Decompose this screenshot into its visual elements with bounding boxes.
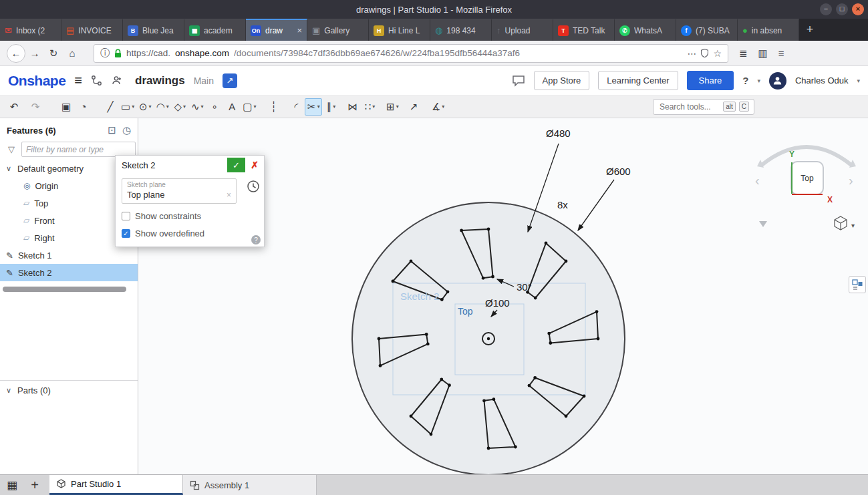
chevron-down-icon[interactable]: ▾	[253, 104, 256, 110]
show-constraints-checkbox[interactable]: Show constraints	[122, 211, 258, 221]
line-tool[interactable]: ╱	[102, 98, 119, 116]
undo-tool[interactable]: ↶	[5, 98, 23, 116]
browser-tab-10[interactable]: TTED Talk	[553, 19, 615, 41]
element-list-icon[interactable]: ▦	[0, 475, 24, 495]
sketch-vertex[interactable]	[379, 364, 382, 367]
browser-tab-1[interactable]: ✉Inbox (2	[0, 19, 61, 41]
sketch-vertex[interactable]	[534, 297, 537, 300]
sketch-vertex[interactable]	[482, 399, 486, 402]
chevron-down-icon[interactable]: ▾	[757, 77, 760, 84]
browser-tab-13[interactable]: ●in absen	[738, 19, 799, 41]
chevron-down-icon[interactable]: ▾	[148, 104, 151, 110]
menu-icon[interactable]: ≡	[778, 47, 784, 59]
search-tools-box[interactable]: alt C	[653, 99, 754, 115]
new-tab-button[interactable]: +	[799, 19, 821, 41]
versions-history-icon[interactable]	[91, 75, 102, 86]
insert-new-element-button[interactable]: +	[24, 475, 45, 495]
rectangle-tool[interactable]: ▭▾	[119, 98, 136, 116]
dimension-dia-480[interactable]: Ø480	[546, 128, 571, 139]
comments-bubble-icon[interactable]	[512, 75, 525, 87]
sketch-vertex[interactable]	[597, 337, 600, 341]
sketch-vertex[interactable]	[528, 384, 531, 387]
browser-tab-11[interactable]: ✆WhatsA	[615, 19, 676, 41]
chevron-down-icon[interactable]: ▾	[183, 104, 186, 110]
chevron-down-icon[interactable]: ▾	[372, 104, 375, 110]
insert-image-tool[interactable]: ◔	[75, 98, 92, 116]
pattern-tool[interactable]: ∷▾	[361, 98, 378, 116]
sketch-vertex[interactable]	[440, 378, 443, 381]
final-state-clock-icon[interactable]	[247, 180, 260, 196]
forward-button[interactable]: →	[25, 44, 44, 63]
minimize-button[interactable]: −	[820, 3, 832, 15]
chevron-down-icon[interactable]: ▾	[200, 104, 203, 110]
chevron-down-icon[interactable]: ▾	[851, 222, 855, 229]
avatar[interactable]	[769, 72, 786, 90]
reload-button[interactable]: ↻	[44, 44, 63, 63]
home-button[interactable]: ⌂	[63, 44, 82, 63]
feature-sketch-2[interactable]: ✎Sketch 2	[0, 264, 138, 281]
document-title[interactable]: drawings	[135, 74, 185, 88]
point-tool[interactable]: ∘	[206, 98, 223, 116]
tab-part-studio-1[interactable]: Part Studio 1	[49, 475, 183, 495]
accept-button[interactable]: ✓	[227, 158, 245, 172]
sketch-vertex[interactable]	[378, 337, 381, 341]
clear-selection-icon[interactable]: ×	[227, 190, 231, 200]
measure-tool[interactable]: ∡▾	[429, 98, 446, 116]
browser-tab-2[interactable]: ▤INVOICE	[61, 19, 123, 41]
dimension-angle-30[interactable]: 30°	[517, 281, 532, 293]
sketch-vertex[interactable]	[410, 260, 413, 263]
insert-feature-icon[interactable]: ⊡	[108, 124, 116, 136]
user-menu[interactable]: Charles Oduk	[795, 75, 848, 86]
filter-funnel-icon[interactable]: ▽	[8, 144, 15, 154]
chevron-down-icon[interactable]: ▾	[396, 104, 399, 110]
site-info-icon[interactable]: ⓘ	[100, 47, 110, 59]
sketch-vertex[interactable]	[492, 397, 496, 401]
sketch-vertex[interactable]	[426, 343, 430, 346]
sketch-vertex[interactable]	[565, 260, 568, 263]
parts-flyout-button[interactable]	[849, 276, 866, 293]
sketch-vertex[interactable]	[460, 229, 463, 232]
browser-tab-5[interactable]: Ondraw×	[246, 19, 307, 41]
close-tab-icon[interactable]: ×	[297, 25, 302, 35]
chevron-down-icon[interactable]: ▾	[132, 104, 134, 110]
maximize-button[interactable]: □	[836, 3, 848, 15]
share-button[interactable]: Share	[687, 71, 734, 90]
onshape-logo[interactable]: Onshape	[8, 73, 65, 89]
feature-sketch-1[interactable]: ✎Sketch 1	[0, 246, 138, 264]
fit-view-tool[interactable]: ↗	[405, 98, 422, 116]
browser-tab-3[interactable]: BBlue Jea	[123, 19, 184, 41]
history-clock-icon[interactable]: ◷	[122, 124, 131, 136]
isometric-cube-icon[interactable]	[835, 216, 847, 230]
sketch-vertex[interactable]	[446, 290, 450, 293]
browser-tab-8[interactable]: ◍198 434	[430, 19, 492, 41]
search-tools-input[interactable]	[658, 102, 720, 112]
cancel-button[interactable]: ✗	[245, 158, 264, 172]
slot-tool[interactable]: ▢▾	[241, 98, 258, 116]
fillet-tool[interactable]: ◜	[287, 98, 305, 116]
chevron-down-icon[interactable]: ▾	[333, 104, 335, 110]
bookmark-star-icon[interactable]: ☆	[713, 48, 722, 59]
sketch-vertex[interactable]	[545, 242, 548, 245]
page-actions-icon[interactable]: ⋯	[687, 48, 696, 59]
chevron-down-icon[interactable]: ▾	[442, 104, 444, 110]
help-menu[interactable]: ?	[742, 75, 748, 86]
sketch-vertex[interactable]	[547, 332, 551, 335]
construction-tool[interactable]: ┆	[265, 98, 282, 116]
browser-tab-9[interactable]: ↑Upload	[492, 19, 553, 41]
workspace-name[interactable]: Main	[194, 75, 214, 86]
offset-tool[interactable]: ∥▾	[322, 98, 339, 116]
pattern-count-label[interactable]: 8x	[557, 199, 568, 210]
arc-tool[interactable]: ◠▾	[154, 98, 171, 116]
document-share-icon[interactable]: ↗	[223, 73, 237, 88]
sidebar-icon[interactable]: ▥	[758, 47, 768, 59]
sketch-vertex[interactable]	[491, 275, 494, 279]
chevron-down-icon[interactable]: ▾	[317, 104, 320, 110]
browser-tab-7[interactable]: HHi Line L	[369, 19, 430, 41]
sketch-vertex[interactable]	[430, 433, 433, 436]
sketch-vertex[interactable]	[448, 383, 451, 387]
browser-tab-4[interactable]: ▦academ	[184, 19, 246, 41]
app-store-button[interactable]: App Store	[534, 71, 590, 90]
chevron-down-icon[interactable]: ▾	[166, 104, 169, 110]
back-button[interactable]: ←	[7, 44, 25, 63]
polygon-tool[interactable]: ◇▾	[171, 98, 188, 116]
